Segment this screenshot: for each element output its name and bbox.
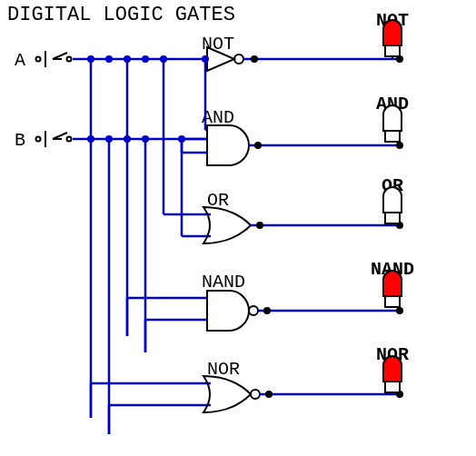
svg-point-61 [396,307,403,314]
led-and: AND [376,94,409,142]
svg-point-53 [87,135,94,143]
input-label-b: B [15,130,25,151]
svg-point-7 [36,137,41,142]
svg-point-56 [254,142,262,149]
nand-gate [207,291,258,331]
svg-point-58 [256,222,263,229]
svg-point-44 [160,55,167,63]
switch-a[interactable] [36,51,72,67]
input-label-a: A [15,50,25,71]
svg-point-46 [202,55,209,63]
svg-point-11 [67,137,72,142]
svg-rect-72 [385,296,400,307]
svg-point-62 [265,391,273,398]
svg-point-37 [251,390,260,399]
svg-point-60 [263,307,271,314]
svg-rect-70 [385,213,400,223]
svg-point-52 [124,135,131,143]
svg-rect-65 [385,45,400,56]
svg-point-43 [124,55,131,63]
svg-point-48 [105,55,113,63]
led-nand: NAND [371,259,414,307]
svg-point-49 [105,135,113,143]
svg-point-51 [178,135,185,143]
svg-line-10 [53,133,67,139]
svg-rect-68 [385,131,400,142]
svg-point-50 [142,135,149,143]
svg-point-47 [142,55,149,63]
logic-diagram: DIGITAL LOGIC GATES A B NOT AND [0,0,476,456]
svg-rect-74 [385,382,400,392]
led-not: NOT [376,10,409,59]
page-title: DIGITAL LOGIC GATES [7,4,235,26]
svg-point-31 [249,306,258,315]
led-or: OR [382,175,403,223]
gate-label-nand: NAND [202,272,245,292]
svg-point-54 [251,55,258,63]
svg-point-41 [87,55,94,63]
svg-point-4 [67,57,72,62]
svg-point-0 [36,57,41,62]
svg-point-57 [396,142,403,149]
and-gate [207,125,249,165]
or-gate [203,207,251,243]
switch-b[interactable] [36,131,72,147]
nor-gate [203,376,260,412]
svg-line-3 [53,53,67,59]
led-nor: NOR [376,344,409,392]
